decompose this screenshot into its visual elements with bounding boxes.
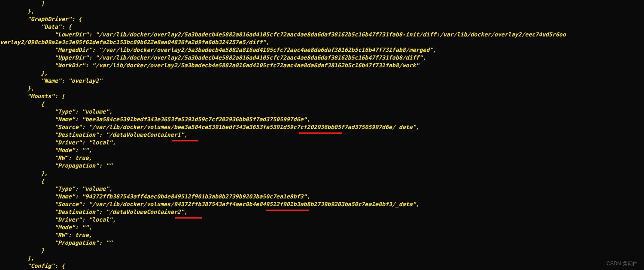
json-line: "Mode": "", [0,147,92,153]
json-line: "RW": true, [0,155,92,161]
json-line: "UpperDir": "/var/lib/docker/overlay2/5a… [0,54,426,61]
json-line: "Name": "bee3a584ce5391bedf343e3653fa539… [0,116,310,123]
json-line: "Type": "volume", [0,108,112,115]
json-line: }, [0,85,34,92]
json-line: "Mounts": [ [0,93,65,99]
json-line: "Name": "94372ffb387543aff4aec0b4e849512… [0,193,310,200]
json-line: }, [0,70,48,76]
watermark-text: CSDN @问白 [606,260,638,267]
highlight-underline [172,140,198,141]
json-line: "Mode": "", [0,224,92,231]
json-output: ] }, "GraphDriver": { "Data": { "LowerDi… [0,0,644,270]
json-line: "MergedDir": "/var/lib/docker/overlay2/5… [0,47,436,53]
highlight-underline [266,210,309,211]
highlight-underline [175,217,202,219]
json-line: verlay2/098cb09a1e3c3e95f61defa2bc153bc8… [0,39,269,45]
json-line: { [0,178,44,184]
json-line: { [0,101,44,107]
json-line: }, [0,170,48,177]
json-line: "Propagation": "" [0,240,112,246]
json-line: "GraphDriver": { [0,16,82,22]
json-line: "RW": true, [0,232,92,238]
json-line: "Propagation": "" [0,162,112,169]
json-line: "Source": "/var/lib/docker/volumes/94372… [0,201,419,207]
json-line: } [0,247,44,254]
json-line: "Driver": "local", [0,139,116,146]
json-line: "Destination": "/dataVolumeContainer1", [0,132,188,138]
json-line: ], [0,255,34,261]
json-line: "Driver": "local", [0,216,116,223]
json-line: "WorkDir": "/var/lib/docker/overlay2/5a3… [0,62,419,69]
json-line: "Source": "/var/lib/docker/volumes/bee3a… [0,124,419,130]
highlight-underline [299,132,342,134]
json-line: ] [0,0,44,7]
json-line: "Destination": "/dataVolumeContainer2", [0,209,188,215]
json-line: "Name": "overlay2" [0,78,102,84]
json-line: }, [0,8,34,15]
json-line: "Config": { [0,263,65,269]
json-line: "Type": "volume", [0,186,112,192]
json-line: "Data": { [0,24,72,30]
json-line: "LowerDir": "/var/lib/docker/overlay2/5a… [0,31,566,38]
